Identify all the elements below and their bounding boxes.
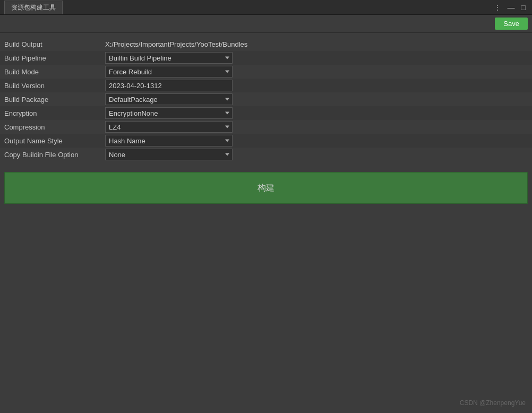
label-build-mode: Build Mode — [4, 68, 105, 76]
maximize-button[interactable]: □ — [519, 2, 528, 13]
spacer — [0, 161, 532, 168]
form-row-encryption: Encryption EncryptionNone EncryptionXOR … — [0, 106, 532, 120]
label-build-pipeline: Build Pipeline — [4, 54, 105, 62]
build-button-row: 构建 — [0, 168, 532, 208]
minimize-button[interactable]: — — [505, 2, 517, 13]
select-wrapper-build-pipeline: Builtin Build Pipeline Scriptable Build … — [105, 52, 233, 64]
toolbar: Save — [0, 15, 532, 33]
select-wrapper-build-mode: Force Rebuild Incremental Build Dry Run … — [105, 66, 233, 78]
watermark: CSDN @ZhenpengYue — [460, 399, 526, 407]
select-wrapper-output-name-style: Hash Name Bundle Name Bundle Name With H… — [105, 135, 233, 147]
title-tab[interactable]: 资源包构建工具 — [4, 1, 63, 14]
select-encryption[interactable]: EncryptionNone EncryptionXOR EncryptionA… — [105, 107, 233, 119]
save-button[interactable]: Save — [495, 18, 528, 30]
label-build-package: Build Package — [4, 96, 105, 104]
label-build-output: Build Output — [4, 40, 105, 48]
select-wrapper-build-package: DefaultPackage — [105, 93, 233, 105]
title-bar-left: 资源包构建工具 — [4, 1, 63, 14]
form-row-compression: Compression LZ4 LZMA None — [0, 120, 532, 134]
label-copy-buildin: Copy Buildin File Option — [4, 151, 105, 159]
form-row-build-pipeline: Build Pipeline Builtin Build Pipeline Sc… — [0, 51, 532, 65]
label-compression: Compression — [4, 123, 105, 131]
input-build-version[interactable] — [105, 80, 233, 91]
select-compression[interactable]: LZ4 LZMA None — [105, 121, 233, 133]
build-button[interactable]: 构建 — [4, 172, 528, 204]
form-row-copy-buildin: Copy Buildin File Option None Clear And … — [0, 148, 532, 161]
select-wrapper-encryption: EncryptionNone EncryptionXOR EncryptionA… — [105, 107, 233, 119]
select-build-package[interactable]: DefaultPackage — [105, 93, 233, 105]
label-build-version: Build Version — [4, 82, 105, 90]
form-content: Build Output X:/Projects/ImportantProjec… — [0, 33, 532, 413]
title-bar-controls: ⋮ — □ — [492, 2, 528, 13]
form-row-build-version: Build Version — [0, 79, 532, 92]
select-build-mode[interactable]: Force Rebuild Incremental Build Dry Run … — [105, 66, 233, 78]
select-build-pipeline[interactable]: Builtin Build Pipeline Scriptable Build … — [105, 52, 233, 64]
form-row-build-output: Build Output X:/Projects/ImportantProjec… — [0, 37, 532, 51]
main-window: 资源包构建工具 ⋮ — □ Save Build Output X:/Proje… — [0, 0, 532, 413]
select-wrapper-compression: LZ4 LZMA None — [105, 121, 233, 133]
title-bar: 资源包构建工具 ⋮ — □ — [0, 0, 532, 15]
form-row-build-package: Build Package DefaultPackage — [0, 92, 532, 106]
select-copy-buildin[interactable]: None Clear And Copy All Clear And Copy B… — [105, 149, 233, 160]
value-build-output: X:/Projects/ImportantProjects/YooTest/Bu… — [105, 40, 528, 48]
menu-icon[interactable]: ⋮ — [492, 2, 503, 13]
select-output-name-style[interactable]: Hash Name Bundle Name Bundle Name With H… — [105, 135, 233, 147]
form-row-build-mode: Build Mode Force Rebuild Incremental Bui… — [0, 65, 532, 79]
label-encryption: Encryption — [4, 109, 105, 117]
label-output-name-style: Output Name Style — [4, 137, 105, 145]
select-wrapper-copy-buildin: None Clear And Copy All Clear And Copy B… — [105, 149, 233, 160]
form-row-output-name-style: Output Name Style Hash Name Bundle Name … — [0, 134, 532, 148]
